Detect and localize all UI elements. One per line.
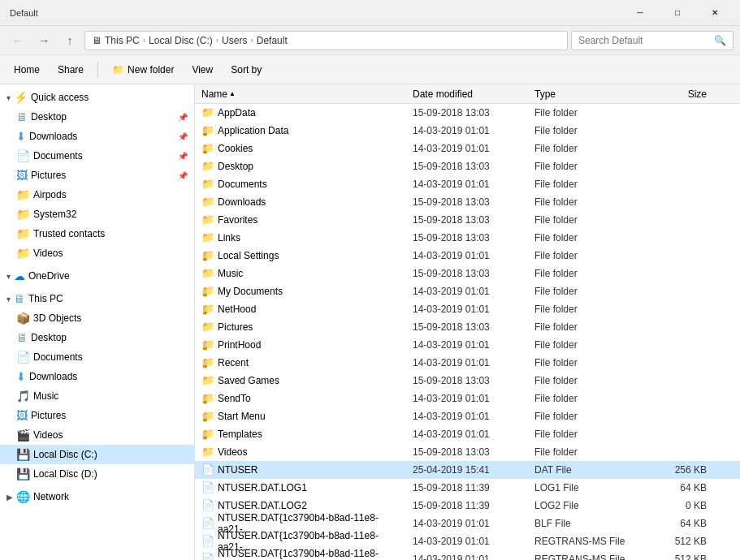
sidebar-item-downloads-pc[interactable]: ⬇ Downloads bbox=[0, 367, 194, 386]
sidebar-item-documents-pc[interactable]: 📄 Documents bbox=[0, 347, 194, 367]
sidebar-item-documents[interactable]: 📄 Documents 📌 bbox=[0, 146, 194, 166]
close-button[interactable]: ✕ bbox=[696, 0, 734, 26]
sidebar-item-pictures-pc[interactable]: 🖼 Pictures bbox=[0, 406, 194, 425]
file-type: File folder bbox=[534, 107, 578, 118]
this-pc-header[interactable]: ▾ 🖥 This PC bbox=[0, 289, 194, 308]
bc-thispc: This PC bbox=[105, 35, 140, 46]
maximize-button[interactable]: □ bbox=[659, 0, 696, 26]
sidebar-downloads-label: Downloads bbox=[29, 131, 77, 142]
table-row[interactable]: 📄 NTUSER 25-04-2019 15:41 DAT File 256 K… bbox=[195, 461, 740, 479]
table-row[interactable]: 📁🔒 NetHood 14-03-2019 01:01 File folder bbox=[195, 300, 740, 318]
share-tab[interactable]: Share bbox=[50, 59, 91, 80]
col-date-header[interactable]: Date modified bbox=[409, 88, 531, 100]
table-row[interactable]: 📁🔒 My Documents 14-03-2019 01:01 File fo… bbox=[195, 282, 740, 300]
sort-button[interactable]: Sort by bbox=[223, 59, 269, 80]
back-button[interactable]: ← bbox=[6, 29, 29, 52]
breadcrumb[interactable]: 🖥 This PC › Local Disc (C:) › Users › De… bbox=[84, 31, 568, 50]
sidebar-item-music[interactable]: 🎵 Music bbox=[0, 386, 194, 406]
table-row[interactable]: 📁🔒 Start Menu 14-03-2019 01:01 File fold… bbox=[195, 407, 740, 425]
quick-access-header[interactable]: ▾ ⚡ Quick access bbox=[0, 88, 194, 107]
file-type-cell: File folder bbox=[531, 179, 645, 190]
folder-icon: 📁 bbox=[201, 213, 214, 226]
sidebar-item-pictures[interactable]: 🖼 Pictures 📌 bbox=[0, 166, 194, 185]
file-type-cell: File folder bbox=[531, 196, 645, 208]
forward-button[interactable]: → bbox=[32, 29, 55, 52]
table-row[interactable]: 📁 Videos 15-09-2018 13:03 File folder bbox=[195, 443, 740, 461]
sidebar-desktop-pc-label: Desktop bbox=[31, 332, 67, 343]
file-name-cell: 📁 Links bbox=[198, 231, 409, 243]
view-button[interactable]: View bbox=[184, 59, 220, 80]
sidebar-item-desktop-pc[interactable]: 🖥 Desktop bbox=[0, 328, 194, 347]
folder-lock-icon: 📁🔒 bbox=[201, 356, 214, 368]
file-name: SendTo bbox=[218, 393, 251, 404]
file-name: AppData bbox=[218, 107, 256, 118]
sidebar-desktop-label: Desktop bbox=[31, 111, 67, 123]
table-row[interactable]: 📁 Documents 14-03-2019 01:01 File folder bbox=[195, 175, 740, 193]
file-type: LOG2 File bbox=[534, 500, 579, 511]
table-row[interactable]: 📁🔒 Cookies 14-03-2019 01:01 File folder bbox=[195, 140, 740, 157]
col-size-header[interactable]: Size bbox=[645, 88, 710, 100]
sidebar-item-airpods[interactable]: 📁 Airpods bbox=[0, 185, 194, 205]
table-row[interactable]: 📁 Music 15-09-2018 13:03 File folder bbox=[195, 265, 740, 282]
file-name-cell: 📁 Videos bbox=[198, 446, 409, 458]
table-row[interactable]: 📁 Links 15-09-2018 13:03 File folder bbox=[195, 229, 740, 247]
file-date: 14-03-2019 01:01 bbox=[413, 179, 490, 190]
home-tab[interactable]: Home bbox=[6, 59, 47, 80]
sidebar-item-local-disc-c[interactable]: 💾 Local Disc (C:) bbox=[0, 445, 194, 464]
table-row[interactable]: 📁 AppData 15-09-2018 13:03 File folder bbox=[195, 104, 740, 122]
file-name: Templates bbox=[218, 429, 262, 440]
folder-icon: 📁 bbox=[201, 106, 214, 118]
sidebar-item-local-disc-d[interactable]: 💾 Local Disc (D:) bbox=[0, 464, 194, 484]
sidebar-item-desktop[interactable]: 🖥 Desktop 📌 bbox=[0, 107, 194, 127]
up-button[interactable]: ↑ bbox=[58, 29, 81, 52]
file-name: NTUSER bbox=[218, 464, 257, 476]
search-input[interactable] bbox=[578, 35, 711, 46]
file-name: Application Data bbox=[218, 125, 288, 136]
table-row[interactable]: 📁 Favorites 15-09-2018 13:03 File folder bbox=[195, 211, 740, 229]
table-row[interactable]: 📁 Saved Games 15-09-2018 13:03 File fold… bbox=[195, 372, 740, 390]
table-row[interactable]: 📁🔒 SendTo 14-03-2019 01:01 File folder bbox=[195, 390, 740, 407]
file-date: 14-03-2019 01:01 bbox=[413, 393, 490, 404]
sidebar-item-videos-quick[interactable]: 📁 Videos bbox=[0, 243, 194, 263]
file-name-cell: 📁🔒 Start Menu bbox=[198, 410, 409, 422]
sidebar-item-3d-objects[interactable]: 📦 3D Objects bbox=[0, 308, 194, 328]
sidebar-item-system32[interactable]: 📁 System32 bbox=[0, 205, 194, 224]
folder-lock-icon: 📁🔒 bbox=[201, 392, 214, 404]
table-row[interactable]: 📁🔒 Templates 14-03-2019 01:01 File folde… bbox=[195, 425, 740, 443]
file-type-cell: File folder bbox=[531, 125, 645, 136]
table-row[interactable]: 📄 NTUSER.DAT.LOG1 15-09-2018 11:39 LOG1 … bbox=[195, 479, 740, 497]
file-type-cell: File folder bbox=[531, 321, 645, 333]
table-row[interactable]: 📁 Pictures 15-09-2018 13:03 File folder bbox=[195, 318, 740, 336]
file-date-cell: 15-09-2018 11:39 bbox=[409, 482, 531, 493]
file-type-cell: File folder bbox=[531, 232, 645, 243]
table-row[interactable]: 📁🔒 Recent 14-03-2019 01:01 File folder bbox=[195, 354, 740, 372]
table-row[interactable]: 📁🔒 PrintHood 14-03-2019 01:01 File folde… bbox=[195, 336, 740, 354]
table-row[interactable]: 📄 NTUSER.DAT{1c3790b4-b8ad-11e8-aa21-...… bbox=[195, 550, 740, 560]
file-type: File folder bbox=[534, 375, 578, 386]
table-row[interactable]: 📁🔒 Application Data 14-03-2019 01:01 Fil… bbox=[195, 122, 740, 140]
file-date-cell: 14-03-2019 01:01 bbox=[409, 143, 531, 154]
sidebar-item-videos-pc[interactable]: 🎬 Videos bbox=[0, 425, 194, 445]
sort-label: Sort by bbox=[231, 64, 262, 75]
col-name-header[interactable]: Name ▲ bbox=[198, 88, 409, 100]
onedrive-header[interactable]: ▾ ☁ OneDrive bbox=[0, 266, 194, 286]
sidebar-item-downloads[interactable]: ⬇ Downloads 📌 bbox=[0, 127, 194, 146]
file-date: 25-04-2019 15:41 bbox=[413, 464, 490, 476]
file-name-cell: 📁 AppData bbox=[198, 106, 409, 118]
file-date-cell: 15-09-2018 13:03 bbox=[409, 232, 531, 243]
sidebar-item-trusted-contacts[interactable]: 📁 Trusted contacts bbox=[0, 224, 194, 243]
file-type-cell: REGTRANS-MS File bbox=[531, 554, 645, 561]
this-pc-label: This PC bbox=[28, 293, 63, 304]
table-row[interactable]: 📁🔒 Local Settings 14-03-2019 01:01 File … bbox=[195, 247, 740, 265]
table-row[interactable]: 📁 Downloads 15-09-2018 13:03 File folder bbox=[195, 193, 740, 211]
col-type-header[interactable]: Type bbox=[531, 88, 645, 100]
minimize-button[interactable]: ─ bbox=[621, 0, 659, 26]
file-name: NTUSER.DAT.LOG1 bbox=[218, 482, 307, 493]
table-row[interactable]: 📁 Desktop 15-09-2018 13:03 File folder bbox=[195, 157, 740, 175]
network-header[interactable]: ▶ 🌐 Network bbox=[0, 487, 194, 506]
pin-icon-3: 📌 bbox=[178, 152, 188, 161]
file-date: 14-03-2019 01:01 bbox=[413, 518, 490, 529]
search-bar[interactable]: 🔍 bbox=[571, 31, 734, 50]
file-date-cell: 14-03-2019 01:01 bbox=[409, 357, 531, 368]
new-folder-button[interactable]: 📁 New folder bbox=[105, 59, 181, 80]
